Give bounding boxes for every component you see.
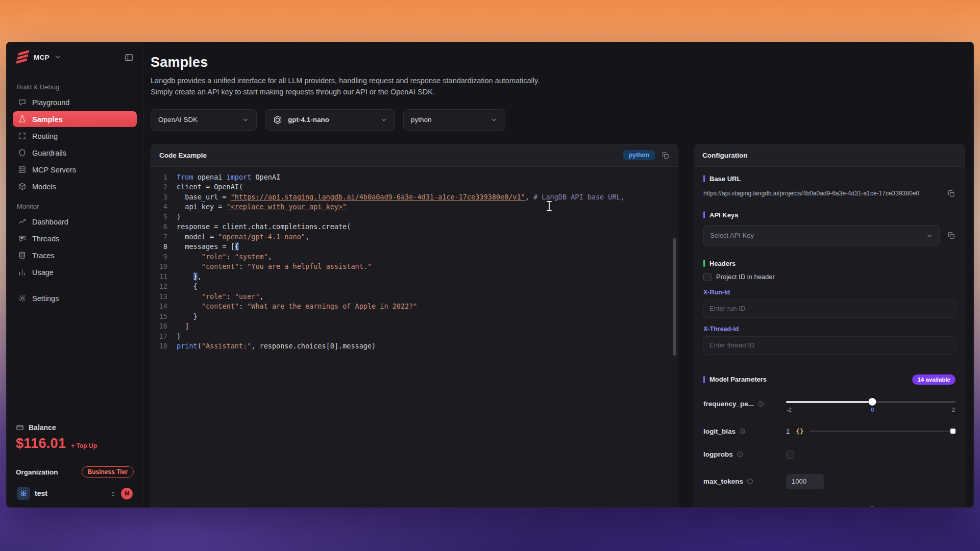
collapse-sidebar-icon[interactable] xyxy=(124,53,134,62)
code-panel-title: Code Example xyxy=(159,152,207,159)
workspace-switcher[interactable]: MCP xyxy=(13,49,137,64)
param-label: logit_bias xyxy=(703,428,781,435)
line-content: print("Assistant:", response.choices[0].… xyxy=(177,341,376,352)
language-select[interactable]: python xyxy=(403,109,505,131)
page-description-line2: Simply create an API key to start making… xyxy=(151,86,965,97)
code-lines: 1from openai import OpenAI2client = Open… xyxy=(151,172,678,352)
line-number: 6 xyxy=(151,222,177,232)
code-line: 10 "content": "You are a helpful assista… xyxy=(151,262,678,272)
line-content: model = "openai/gpt-4.1-nano", xyxy=(177,232,309,242)
thread-id-input[interactable] xyxy=(703,336,955,355)
kv-badge: {} xyxy=(796,428,804,435)
api-key-select[interactable]: Select API Key xyxy=(703,225,940,246)
line-content: from openai import OpenAI xyxy=(177,172,280,183)
param-row-logprobs: logprobs xyxy=(703,450,955,459)
code-line: 8 messages = [{ xyxy=(151,242,678,252)
info-icon xyxy=(737,451,743,458)
account-name: test xyxy=(35,489,47,497)
sdk-select[interactable]: OpenAI SDK xyxy=(151,109,257,131)
slider-thumb[interactable] xyxy=(869,507,876,507)
param-row-presence_pen: presence_pen...-201.999 xyxy=(703,505,955,507)
code-line: 3 base_url = "https://api.staging.langdb… xyxy=(151,192,678,203)
sidebar-item-label: Samples xyxy=(32,115,63,123)
info-icon xyxy=(757,400,764,407)
account-switcher[interactable]: test M xyxy=(16,484,134,502)
code-line: 13 "role": "user", xyxy=(151,292,678,302)
code-line: 2client = OpenAI( xyxy=(151,182,678,192)
code-line: 4 api_key = "<replace_with_your_api_key>… xyxy=(151,202,678,212)
line-number: 17 xyxy=(151,332,177,342)
sidebar-nav: Build & DebugPlaygroundSamplesRoutingGua… xyxy=(13,75,137,307)
balance-row: Balance xyxy=(16,423,134,432)
sidebar-item-label: Dashboard xyxy=(32,218,68,226)
workspace-name: MCP xyxy=(34,54,50,61)
sidebar-item-mcp-servers[interactable]: MCP Servers xyxy=(13,162,137,178)
line-content: }, xyxy=(177,272,202,282)
model-parameters-section-label: Model Parameters xyxy=(703,375,767,383)
sidebar-item-traces[interactable]: Traces xyxy=(13,247,137,263)
sidebar-item-settings[interactable]: Settings xyxy=(13,290,137,306)
sidebar-footer: Balance $116.01 + Top Up Organization Bu… xyxy=(13,423,137,502)
code-line: 12 { xyxy=(151,282,678,292)
sidebar-item-guardrails[interactable]: Guardrails xyxy=(13,145,137,161)
line-content: base_url = "https://api.staging.langdb.a… xyxy=(177,192,625,203)
base-url-value: https://api.staging.langdb.ai/projects/4… xyxy=(703,190,941,197)
chevron-down-icon xyxy=(54,54,61,61)
sidebar-item-dashboard[interactable]: Dashboard xyxy=(13,214,137,230)
model-select[interactable]: gpt-4.1-nano xyxy=(265,109,395,131)
sidebar-item-models[interactable]: Models xyxy=(13,179,137,194)
param-row-max_tokens: max_tokens1000 xyxy=(703,474,955,489)
param-row-frequency_pe: frequency_pe...-202 xyxy=(703,396,955,412)
param-slider-presence_pen[interactable]: -201.999 xyxy=(786,505,955,507)
sidebar-item-label: Playground xyxy=(32,98,69,107)
user-avatar[interactable]: M xyxy=(121,488,133,499)
sidebar-item-playground[interactable]: Playground xyxy=(13,94,137,110)
organization-row: Organization Business Tier xyxy=(16,459,134,484)
run-id-input[interactable] xyxy=(703,299,955,318)
config-panel-title: Configuration xyxy=(702,152,747,159)
line-number: 8 xyxy=(151,242,177,252)
param-slider-frequency_pe[interactable]: -202 xyxy=(786,396,955,412)
balance-label: Balance xyxy=(29,423,56,432)
param-input-max_tokens[interactable]: 1000 xyxy=(786,474,824,489)
line-content: "role": "user", xyxy=(177,292,264,302)
chevron-down-icon xyxy=(242,116,249,123)
x-thread-id-label: X-Thread-Id xyxy=(703,325,955,333)
sidebar-item-samples[interactable]: Samples xyxy=(13,111,137,127)
sidebar-item-label: MCP Servers xyxy=(32,166,76,174)
available-count-badge: 14 available xyxy=(912,374,955,385)
project-id-checkbox[interactable] xyxy=(703,273,712,281)
slider-max-label: 2 xyxy=(952,407,955,413)
playground-icon xyxy=(18,98,27,107)
line-content: "content": "What are the earnings of App… xyxy=(177,302,417,312)
code-line: 16 ] xyxy=(151,321,678,332)
sidebar-item-routing[interactable]: Routing xyxy=(13,128,137,144)
line-number: 2 xyxy=(151,182,177,192)
logit-bias-editor[interactable] xyxy=(810,428,955,435)
code-scrollbar[interactable] xyxy=(673,238,676,356)
line-content: messages = [{ xyxy=(177,242,239,252)
line-number: 1 xyxy=(151,172,177,183)
param-checkbox-logprobs[interactable] xyxy=(786,450,794,459)
balance-amount: $116.01 xyxy=(16,436,66,452)
sidebar-item-label: Usage xyxy=(32,268,54,277)
organization-label: Organization xyxy=(16,468,58,476)
base-url-section-label: Base URL xyxy=(703,175,955,183)
copy-api-key-icon[interactable] xyxy=(947,231,955,240)
slider-thumb[interactable] xyxy=(869,398,876,406)
code-line: 7 model = "openai/gpt-4.1-nano", xyxy=(151,232,678,242)
app-window: MCP Build & DebugPlaygroundSamplesRoutin… xyxy=(6,42,974,508)
topup-button[interactable]: + Top Up xyxy=(71,442,97,449)
copy-url-icon[interactable] xyxy=(947,189,955,198)
line-number: 7 xyxy=(151,232,177,242)
tier-badge: Business Tier xyxy=(82,466,134,478)
param-label: frequency_pe... xyxy=(703,400,781,408)
code-editor[interactable]: 1from openai import OpenAI2client = Open… xyxy=(151,167,678,507)
sidebar-item-threads[interactable]: Threads xyxy=(13,231,137,246)
sidebar-item-usage[interactable]: Usage xyxy=(13,264,137,280)
kv-thumb xyxy=(950,429,955,434)
samples-icon xyxy=(18,115,27,123)
toolbar: OpenAI SDK gpt-4.1-nano python xyxy=(151,109,965,131)
copy-code-icon[interactable] xyxy=(661,151,670,160)
traces-icon xyxy=(18,251,27,260)
